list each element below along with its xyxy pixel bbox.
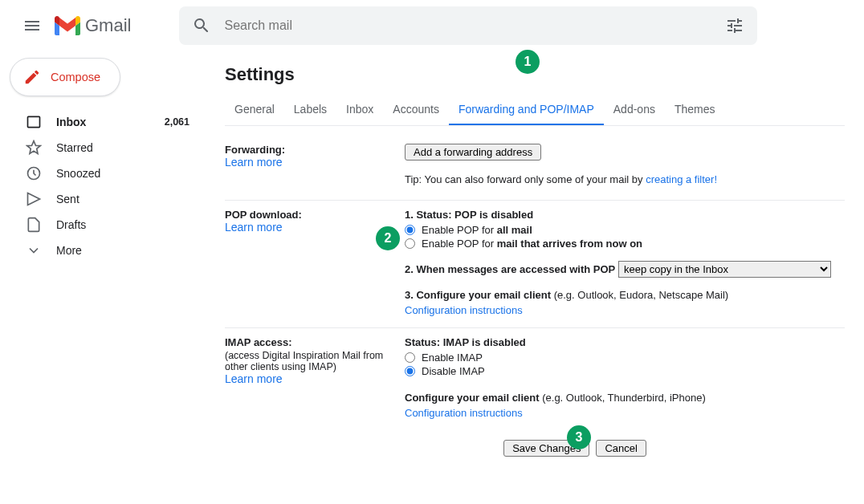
pop-section: 2 POP download: Learn more 1. Status: PO… [225, 201, 845, 328]
sidebar-label: Drafts [56, 218, 190, 231]
forwarding-title: Forwarding: [225, 144, 395, 156]
tab-forwarding[interactable]: Forwarding and POP/IMAP [449, 95, 604, 125]
forwarding-learn-more-link[interactable]: Learn more [225, 156, 283, 169]
pop-step3: 3. Configure your email client [405, 289, 551, 301]
pop-action-select[interactable]: keep copy in the Inbox [618, 261, 831, 278]
sidebar-label: Snoozed [56, 167, 190, 180]
imap-config-link[interactable]: Configuration instructions [405, 407, 523, 419]
svg-rect-0 [28, 116, 40, 127]
create-filter-link[interactable]: creating a filter! [646, 173, 717, 185]
imap-title: IMAP access: [225, 336, 395, 348]
gmail-logo-text: Gmail [85, 15, 131, 36]
imap-configure-rest: (e.g. Outlook, Thunderbird, iPhone) [540, 392, 706, 404]
imap-learn-more-link[interactable]: Learn more [225, 372, 283, 385]
sidebar-label: Starred [56, 141, 190, 154]
pop-config-link[interactable]: Configuration instructions [405, 304, 523, 316]
imap-disable-radio[interactable] [405, 366, 415, 376]
file-icon [26, 217, 42, 233]
tab-general[interactable]: General [225, 95, 284, 125]
action-buttons: 3 Save Changes Cancel [305, 430, 845, 466]
callout-1: 1 [516, 50, 540, 74]
clock-icon [26, 165, 42, 181]
pop-learn-more-link[interactable]: Learn more [225, 221, 283, 234]
pop-status: 1. Status: POP is disabled [405, 209, 845, 221]
sidebar-item-drafts[interactable]: Drafts [6, 212, 199, 238]
search-input[interactable] [224, 18, 725, 33]
inbox-count: 2,061 [165, 116, 190, 128]
callout-3: 3 [567, 425, 591, 449]
pop-option1-bold: all mail [497, 224, 532, 236]
add-forwarding-button[interactable]: Add a forwarding address [405, 144, 541, 161]
compose-button[interactable]: Compose [10, 58, 120, 96]
sidebar-item-snoozed[interactable]: Snoozed [6, 161, 199, 186]
tune-icon[interactable] [725, 16, 744, 35]
search-icon [192, 16, 211, 35]
imap-configure: Configure your email client [405, 392, 540, 404]
hamburger-icon [22, 16, 42, 35]
pop-option2-bold: mail that arrives from now on [497, 238, 642, 250]
imap-disable-label: Disable IMAP [422, 365, 485, 377]
settings-tabs: General Labels Inbox Accounts Forwarding… [225, 95, 845, 126]
tab-themes[interactable]: Themes [665, 95, 725, 125]
pop-step3-rest: (e.g. Outlook, Eudora, Netscape Mail) [551, 289, 728, 301]
forwarding-tip: Tip: You can also forward only some of y… [405, 173, 646, 185]
sidebar-item-inbox[interactable]: Inbox 2,061 [6, 109, 199, 135]
pop-step2: 2. When messages are accessed with POP [405, 263, 615, 275]
pop-title: POP download: [225, 209, 395, 221]
sidebar-item-sent[interactable]: Sent [6, 186, 199, 212]
imap-subtitle: (access Digital Inspiration Mail from ot… [225, 350, 395, 372]
callout-2: 2 [376, 226, 400, 250]
pop-now-on-radio[interactable] [405, 238, 415, 249]
tab-addons[interactable]: Add-ons [604, 95, 665, 125]
imap-status: Status: IMAP is disabled [405, 336, 845, 348]
main-menu-button[interactable] [13, 6, 51, 45]
tab-inbox[interactable]: Inbox [336, 95, 383, 125]
forwarding-section: Forwarding: Learn more Add a forwarding … [225, 136, 845, 201]
gmail-logo[interactable]: Gmail [55, 15, 131, 36]
sidebar-label: Sent [56, 193, 190, 205]
inbox-icon [26, 114, 42, 130]
pop-all-mail-radio[interactable] [405, 225, 415, 235]
imap-section: IMAP access: (access Digital Inspiration… [225, 328, 845, 430]
pop-option2-text: Enable POP for [422, 238, 497, 250]
send-icon [26, 191, 42, 207]
compose-label: Compose [51, 71, 100, 83]
sidebar-label: More [56, 244, 190, 257]
sidebar-item-more[interactable]: More [6, 238, 199, 263]
sidebar-label: Inbox [56, 116, 165, 128]
tab-accounts[interactable]: Accounts [383, 95, 449, 125]
pop-option1-text: Enable POP for [422, 224, 497, 236]
imap-enable-radio[interactable] [405, 352, 415, 363]
search-bar[interactable] [179, 6, 757, 45]
imap-enable-label: Enable IMAP [422, 352, 483, 364]
cancel-button[interactable]: Cancel [596, 440, 646, 457]
tab-labels[interactable]: Labels [284, 95, 336, 125]
star-icon [26, 140, 42, 156]
pencil-icon [23, 68, 41, 86]
sidebar-item-starred[interactable]: Starred [6, 135, 199, 161]
gmail-logo-icon [55, 16, 80, 35]
chevron-down-icon [26, 242, 42, 258]
